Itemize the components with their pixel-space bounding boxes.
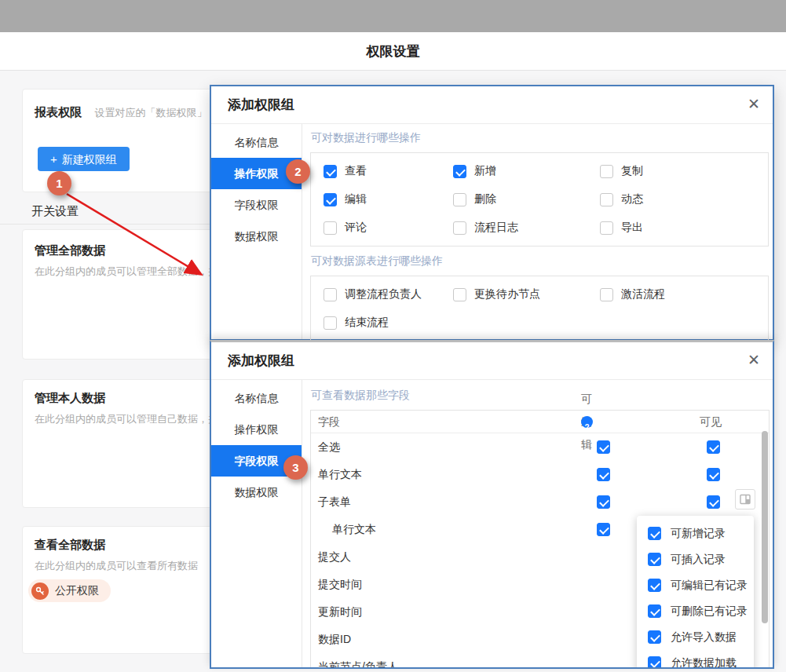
visible-checkbox[interactable] [707, 495, 720, 509]
option-label: 复制 [621, 164, 643, 178]
modal-title: 添加权限组 [211, 342, 773, 379]
step-badge-1: 1 [47, 171, 71, 195]
report-card-subtitle: 设置对应的「数据权限」，可 [94, 106, 227, 120]
option-查看[interactable]: 查看 [324, 157, 453, 185]
new-permission-group-button[interactable]: +新建权限组 [38, 147, 130, 171]
option-评论[interactable]: 评论 [324, 214, 453, 242]
checkbox[interactable] [453, 288, 466, 301]
step-badge-2: 2 [286, 159, 310, 184]
option-动态[interactable]: 动态 [600, 185, 768, 214]
subform-settings-button[interactable] [735, 489, 755, 509]
subform-record-options-popup: 可新增记录可插入记录可编辑已有记录可删除已有记录允许导入数据允许数据加载 [637, 516, 754, 669]
tab-操作权限[interactable]: 操作权限 [211, 414, 302, 445]
scrollbar-thumb[interactable] [762, 431, 768, 623]
option-label: 可编辑已有记录 [671, 579, 748, 593]
browser-chrome-bar [0, 0, 786, 32]
field-name: 提交人 [318, 543, 351, 571]
editable-checkbox[interactable] [597, 523, 610, 536]
option-删除[interactable]: 删除 [453, 185, 600, 214]
option-复制[interactable]: 复制 [600, 157, 768, 185]
data-operations-options: 查看新增复制编辑删除动态评论流程日志导出 [310, 152, 769, 247]
public-permission-badge[interactable]: 公开权限 [28, 579, 111, 602]
option-label: 编辑 [345, 192, 367, 206]
option-允许导入数据[interactable]: 允许导入数据 [648, 624, 754, 650]
checkbox[interactable] [600, 221, 613, 235]
section-title-visible-fields: 可查看数据那些字段 [311, 389, 770, 403]
field-name: 子表单 [318, 488, 351, 516]
modal-sidebar: 名称信息操作权限字段权限数据权限 [211, 380, 302, 667]
checkbox[interactable] [600, 193, 613, 206]
checkbox[interactable] [324, 193, 337, 206]
option-可新增记录[interactable]: 可新增记录 [648, 520, 754, 546]
checkbox[interactable] [648, 630, 661, 644]
checkbox[interactable] [648, 604, 661, 618]
option-更换待办节点[interactable]: 更换待办节点 [453, 280, 600, 309]
checkbox[interactable] [648, 553, 661, 566]
modal-body: 名称信息操作权限字段权限数据权限 可查看数据那些字段 字段 可编辑? 可见 全选… [211, 380, 773, 667]
option-label: 删除 [474, 192, 496, 206]
checkbox[interactable] [324, 316, 337, 330]
option-label: 允许导入数据 [671, 630, 737, 645]
visible-checkbox[interactable] [707, 468, 720, 481]
option-可编辑已有记录[interactable]: 可编辑已有记录 [648, 572, 754, 598]
option-可删除已有记录[interactable]: 可删除已有记录 [648, 598, 754, 624]
checkbox[interactable] [648, 656, 661, 669]
help-icon[interactable]: ? [581, 416, 593, 428]
visible-checkbox[interactable] [707, 440, 720, 454]
section-title-data-operations: 可对数据进行哪些操作 [311, 131, 769, 145]
checkbox[interactable] [453, 193, 466, 206]
checkbox[interactable] [324, 165, 337, 178]
checkbox[interactable] [453, 221, 466, 235]
field-name: 当前节点/负责人 [318, 653, 398, 669]
modal-content: 可查看数据那些字段 字段 可编辑? 可见 全选单行文本子表单单行文本提交人提交时… [302, 380, 774, 667]
tab-名称信息[interactable]: 名称信息 [211, 126, 302, 158]
screen: 权限设置 报表权限 设置对应的「数据权限」，可 +新建权限组 开关设置 管理全部… [0, 0, 786, 672]
option-label: 查看 [345, 164, 367, 178]
plus-icon: + [50, 152, 57, 166]
field-name: 数据ID [318, 626, 351, 653]
option-label: 更换待办节点 [474, 287, 540, 301]
option-新增[interactable]: 新增 [453, 157, 600, 185]
option-调整流程负责人[interactable]: 调整流程负责人 [324, 280, 453, 309]
checkbox[interactable] [600, 165, 613, 178]
option-可插入记录[interactable]: 可插入记录 [648, 546, 754, 572]
checkbox[interactable] [648, 527, 661, 540]
tab-名称信息[interactable]: 名称信息 [211, 382, 302, 414]
option-编辑[interactable]: 编辑 [324, 185, 453, 214]
option-结束流程[interactable]: 结束流程 [324, 309, 453, 337]
option-激活流程[interactable]: 激活流程 [600, 280, 768, 309]
tab-数据权限[interactable]: 数据权限 [211, 221, 302, 252]
option-导出[interactable]: 导出 [600, 214, 768, 242]
tab-数据权限[interactable]: 数据权限 [211, 477, 302, 508]
option-label: 可删除已有记录 [671, 604, 748, 619]
option-流程日志[interactable]: 流程日志 [453, 214, 600, 242]
editable-checkbox[interactable] [597, 440, 610, 454]
modal-title: 添加权限组 [211, 86, 773, 123]
field-row-单行文本: 单行文本 [311, 461, 769, 488]
field-name: 提交时间 [318, 571, 362, 598]
option-label: 允许数据加载 [671, 656, 737, 670]
divider [0, 224, 210, 225]
editable-checkbox[interactable] [597, 495, 610, 509]
option-label: 调整流程负责人 [345, 287, 422, 301]
modal-header: 添加权限组 ✕ [211, 86, 773, 124]
checkbox[interactable] [324, 221, 337, 235]
key-icon [31, 583, 49, 600]
option-label: 激活流程 [621, 287, 665, 301]
checkbox[interactable] [648, 579, 661, 592]
option-label: 可插入记录 [671, 553, 726, 567]
checkbox[interactable] [324, 288, 337, 301]
field-name: 单行文本 [318, 461, 362, 488]
option-允许数据加载[interactable]: 允许数据加载 [648, 650, 754, 669]
option-label: 新增 [474, 164, 496, 178]
checkbox[interactable] [453, 165, 466, 178]
close-icon[interactable]: ✕ [748, 351, 760, 369]
tab-字段权限[interactable]: 字段权限 [211, 189, 302, 221]
modal-body: 名称信息操作权限字段权限数据权限 可对数据进行哪些操作 查看新增复制编辑删除动态… [211, 124, 773, 339]
checkbox[interactable] [600, 288, 613, 301]
section-title-datasource-operations: 可对数据源表进行哪些操作 [311, 254, 769, 268]
editable-checkbox[interactable] [597, 468, 610, 481]
modal-content: 可对数据进行哪些操作 查看新增复制编辑删除动态评论流程日志导出 可对数据源表进行… [302, 124, 776, 339]
close-icon[interactable]: ✕ [748, 95, 760, 113]
option-label: 可新增记录 [671, 527, 726, 541]
